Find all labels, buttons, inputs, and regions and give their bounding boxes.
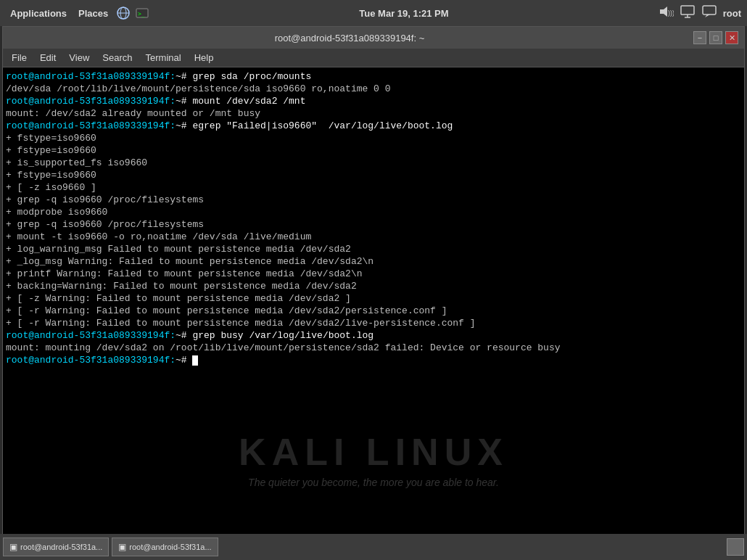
taskbar-right: [727, 538, 744, 556]
applications-menu[interactable]: Applications: [6, 7, 71, 20]
terminal-line: + [ -z Warning: Failed to mount persiste…: [6, 292, 741, 305]
output-text: /dev/sda /root/lib/live/mount/persistenc…: [6, 83, 391, 94]
prompt-text: root@android-53f31a089339194f:: [6, 71, 176, 82]
svg-rect-7: [681, 6, 694, 15]
output-text: + grep -q iso9660 /proc/filesystems: [6, 219, 204, 230]
svg-marker-5: [660, 7, 667, 17]
taskbar-corner[interactable]: [727, 538, 744, 556]
terminal-menu-bar: File Edit View Search Terminal Help: [3, 49, 744, 67]
terminal-line: + grep -q iso9660 /proc/filesystems: [6, 218, 741, 231]
prompt-text: root@android-53f31a089339194f:: [6, 96, 176, 107]
terminal-line: + modprobe iso9660: [6, 206, 741, 218]
command-text: ~# egrep "Failed|iso9660" /var/log/live/…: [176, 120, 453, 131]
terminal-line: + is_supported_fs iso9660: [6, 157, 741, 169]
terminal-line: + log_warning_msg Failed to mount persis…: [6, 243, 741, 255]
output-text: + mount -t iso9660 -o ro,noatime /dev/sd…: [6, 231, 311, 242]
close-button[interactable]: ✕: [725, 31, 738, 44]
terminal-line: + [ -z iso9660 ]: [6, 181, 741, 194]
terminal-line: root@android-53f31a089339194f:~# mount /…: [6, 95, 741, 107]
top-bar-right: )))) root: [658, 4, 741, 22]
cursor: [192, 355, 198, 366]
output-text: + fstype=iso9660: [6, 145, 96, 156]
command-text: ~#: [176, 355, 192, 366]
kali-tagline: The quieter you become, the more you are…: [3, 477, 744, 488]
kali-logo: KALI LINUX: [3, 430, 744, 474]
taskbar-icon-1: ▣: [9, 542, 17, 552]
output-text: + _log_msg Warning: Failed to mount pers…: [6, 256, 374, 267]
output-text: + fstype=iso9660: [6, 133, 96, 144]
terminal-line: mount: mounting /dev/sda2 on /root/lib/l…: [6, 342, 741, 354]
minimize-button[interactable]: −: [693, 31, 706, 44]
terminal-line: + grep -q iso9660 /proc/filesystems: [6, 194, 741, 206]
chat-icon[interactable]: [701, 4, 717, 22]
terminal-line: root@android-53f31a089339194f:~# grep bu…: [6, 329, 741, 342]
output-text: + [ -z iso9660 ]: [6, 182, 96, 193]
kali-watermark: KALI LINUX The quieter you become, the m…: [3, 430, 744, 488]
taskbar-label-2: root@android-53f31a...: [129, 543, 211, 551]
terminal-line: + [ -r Warning: Failed to mount persiste…: [6, 317, 741, 329]
terminal-title-bar: root@android-53f31a089339194f: ~ − □ ✕: [3, 27, 744, 49]
output-text: + fstype=iso9660: [6, 170, 96, 181]
maximize-button[interactable]: □: [709, 31, 722, 44]
output-text: + grep -q iso9660 /proc/filesystems: [6, 194, 204, 205]
terminal-line: + fstype=iso9660: [6, 169, 741, 181]
taskbar-icon-2: ▣: [118, 542, 126, 552]
terminal-line: root@android-53f31a089339194f:~#: [6, 354, 741, 366]
terminal-line: + _log_msg Warning: Failed to mount pers…: [6, 255, 741, 268]
menu-terminal[interactable]: Terminal: [140, 51, 187, 65]
output-text: + is_supported_fs iso9660: [6, 157, 147, 168]
window-buttons: − □ ✕: [690, 31, 738, 44]
menu-help[interactable]: Help: [189, 51, 220, 65]
places-menu[interactable]: Places: [74, 7, 112, 20]
svg-text:)))): )))): [668, 9, 674, 17]
terminal-line: mount: /dev/sda2 already mounted or /mnt…: [6, 107, 741, 120]
output-text: + [ -r Warning: Failed to mount persiste…: [6, 305, 447, 316]
menu-edit[interactable]: Edit: [34, 51, 62, 65]
output-text: + [ -z Warning: Failed to mount persiste…: [6, 293, 351, 304]
terminal-window: root@android-53f31a089339194f: ~ − □ ✕ F…: [2, 26, 745, 547]
output-text: + backing=Warning: Failed to mount persi…: [6, 281, 357, 292]
terminal-title: root@android-53f31a089339194f: ~: [9, 33, 690, 44]
top-bar-left: Applications Places >_: [6, 5, 150, 21]
svg-rect-10: [703, 6, 716, 15]
terminal-line: + mount -t iso9660 -o ro,noatime /dev/sd…: [6, 231, 741, 243]
terminal-content[interactable]: root@android-53f31a089339194f:~# grep sd…: [3, 67, 744, 546]
menu-file[interactable]: File: [6, 51, 33, 65]
prompt-text: root@android-53f31a089339194f:: [6, 120, 176, 131]
terminal-line: + fstype=iso9660: [6, 144, 741, 157]
clock-display: Tue Mar 19, 1:21 PM: [359, 8, 448, 19]
command-text: ~# grep busy /var/log/live/boot.log: [176, 330, 374, 341]
system-top-bar: Applications Places >_ Tue Mar 19, 1:21 …: [0, 0, 747, 26]
terminal-line: /dev/sda /root/lib/live/mount/persistenc…: [6, 83, 741, 95]
terminal-line: + fstype=iso9660: [6, 132, 741, 144]
terminal-line: root@android-53f31a089339194f:~# grep sd…: [6, 70, 741, 83]
command-text: ~# grep sda /proc/mounts: [176, 71, 311, 82]
globe-icon[interactable]: [115, 5, 131, 21]
terminal-launch-icon[interactable]: >_: [134, 5, 150, 21]
taskbar: ▣ root@android-53f31a... ▣ root@android-…: [0, 534, 747, 560]
prompt-text: root@android-53f31a089339194f:: [6, 355, 176, 366]
taskbar-label-1: root@android-53f31a...: [20, 543, 102, 551]
output-text: mount: mounting /dev/sda2 on /root/lib/l…: [6, 342, 561, 353]
output-text: + log_warning_msg Failed to mount persis…: [6, 244, 351, 255]
volume-icon[interactable]: )))): [658, 4, 674, 22]
svg-text:>_: >_: [138, 11, 145, 17]
output-text: + modprobe iso9660: [6, 207, 107, 218]
terminal-line: + printf Warning: Failed to mount persis…: [6, 268, 741, 280]
terminal-line: root@android-53f31a089339194f:~# egrep "…: [6, 120, 741, 132]
taskbar-item-1[interactable]: ▣ root@android-53f31a...: [3, 538, 109, 556]
command-text: ~# mount /dev/sda2 /mnt: [176, 96, 305, 107]
output-text: + [ -r Warning: Failed to mount persiste…: [6, 318, 476, 329]
taskbar-item-2[interactable]: ▣ root@android-53f31a...: [112, 538, 218, 556]
terminal-line: + [ -r Warning: Failed to mount persiste…: [6, 305, 741, 317]
username-display: root: [723, 8, 741, 19]
monitor-icon[interactable]: [680, 4, 696, 22]
terminal-line: + backing=Warning: Failed to mount persi…: [6, 280, 741, 292]
terminal-output: root@android-53f31a089339194f:~# grep sd…: [6, 70, 741, 366]
output-text: mount: /dev/sda2 already mounted or /mnt…: [6, 108, 260, 119]
output-text: + printf Warning: Failed to mount persis…: [6, 268, 362, 279]
prompt-text: root@android-53f31a089339194f:: [6, 330, 176, 341]
menu-search[interactable]: Search: [96, 51, 138, 65]
menu-view[interactable]: View: [63, 51, 95, 65]
